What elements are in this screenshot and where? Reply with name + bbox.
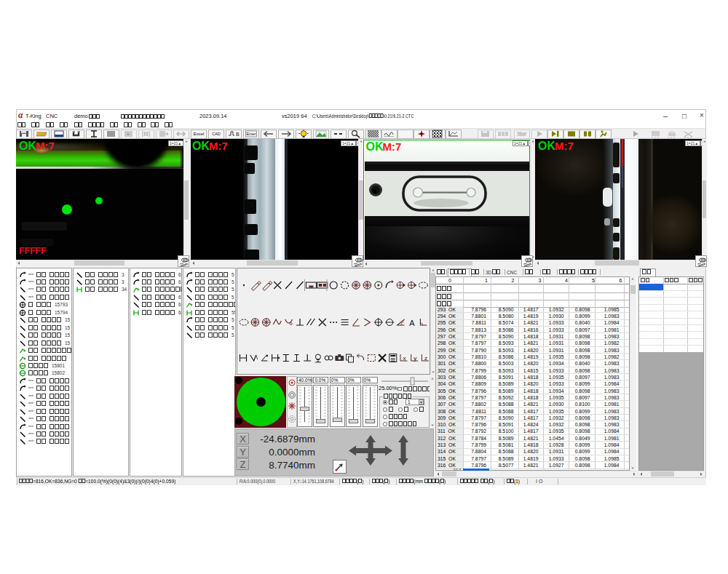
svg-text:x: x [403,355,406,362]
svg-text:A: A [409,319,415,327]
svg-text:z: z [424,355,427,362]
svg-text:y: y [414,355,416,362]
svg-text:Y: Y [240,446,246,457]
svg-text:Enter: Enter [246,132,256,136]
svg-text:CAD: CAD [212,132,221,136]
svg-text:Z: Z [240,459,246,470]
svg-text:B: B [236,132,240,137]
svg-text:Excel: Excel [194,132,205,136]
svg-text:X: X [240,434,246,445]
